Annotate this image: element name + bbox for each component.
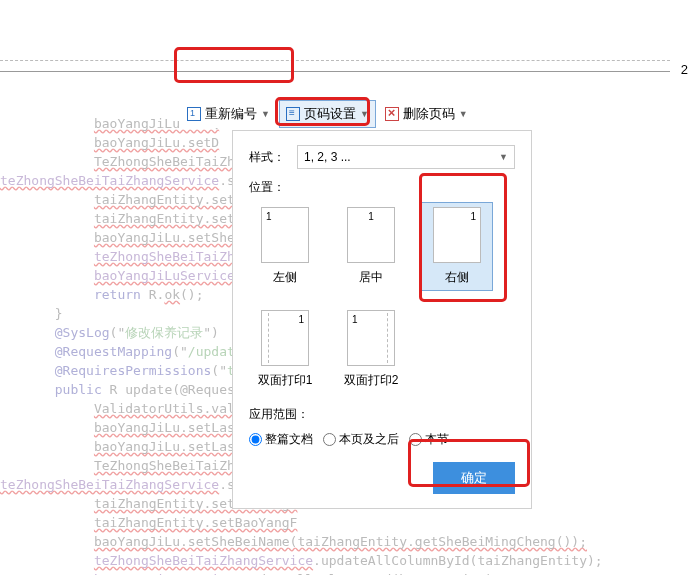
ok-button[interactable]: 确定 bbox=[433, 462, 515, 494]
page-setup-button[interactable]: 页码设置 ▼ bbox=[279, 100, 376, 128]
page-setup-icon bbox=[286, 107, 300, 121]
scope-fromhere-radio[interactable] bbox=[323, 433, 336, 446]
position-label: 位置： bbox=[249, 179, 515, 196]
scope-whole[interactable]: 整篇文档 bbox=[249, 431, 313, 448]
position-center-label: 居中 bbox=[359, 270, 383, 284]
position-duplex1[interactable]: 1 双面打印1 bbox=[249, 305, 321, 394]
style-label: 样式： bbox=[249, 149, 297, 166]
scope-whole-radio[interactable] bbox=[249, 433, 262, 446]
page-header-area bbox=[0, 60, 670, 72]
position-left[interactable]: 1 左侧 bbox=[249, 202, 321, 291]
scope-section[interactable]: 本节 bbox=[409, 431, 449, 448]
delete-page-label: 删除页码 bbox=[403, 105, 455, 123]
renumber-icon bbox=[187, 107, 201, 121]
renumber-button[interactable]: 重新编号 ▼ bbox=[180, 100, 277, 128]
position-left-preview: 1 bbox=[261, 207, 309, 263]
position-center[interactable]: 1 居中 bbox=[335, 202, 407, 291]
page-toolbar: 重新编号 ▼ 页码设置 ▼ 删除页码 ▼ bbox=[180, 100, 475, 128]
page-setup-label: 页码设置 bbox=[304, 105, 356, 123]
scope-fromhere[interactable]: 本页及之后 bbox=[323, 431, 399, 448]
position-duplex1-label: 双面打印1 bbox=[258, 373, 313, 387]
position-left-label: 左侧 bbox=[273, 270, 297, 284]
style-value: 1, 2, 3 ... bbox=[304, 150, 351, 164]
style-select[interactable]: 1, 2, 3 ... ▼ bbox=[297, 145, 515, 169]
chevron-down-icon: ▼ bbox=[360, 109, 369, 119]
renumber-label: 重新编号 bbox=[205, 105, 257, 123]
position-grid: 1 左侧 1 居中 1 右侧 1 双面打印1 1 双面打印2 bbox=[249, 202, 515, 394]
scope-section-radio[interactable] bbox=[409, 433, 422, 446]
position-right-label: 右侧 bbox=[445, 270, 469, 284]
position-center-preview: 1 bbox=[347, 207, 395, 263]
scope-options: 整篇文档 本页及之后 本节 bbox=[249, 431, 515, 448]
position-duplex2-preview: 1 bbox=[347, 310, 395, 366]
position-duplex2-label: 双面打印2 bbox=[344, 373, 399, 387]
chevron-down-icon: ▼ bbox=[499, 152, 508, 162]
scope-label: 应用范围： bbox=[249, 406, 515, 423]
position-right-preview: 1 bbox=[433, 207, 481, 263]
position-duplex1-preview: 1 bbox=[261, 310, 309, 366]
page-number: 2 bbox=[681, 62, 688, 77]
position-right[interactable]: 1 右侧 bbox=[421, 202, 493, 291]
chevron-down-icon: ▼ bbox=[261, 109, 270, 119]
chevron-down-icon: ▼ bbox=[459, 109, 468, 119]
delete-page-button[interactable]: 删除页码 ▼ bbox=[378, 100, 475, 128]
delete-icon bbox=[385, 107, 399, 121]
position-duplex2[interactable]: 1 双面打印2 bbox=[335, 305, 407, 394]
page-number-dialog: 样式： 1, 2, 3 ... ▼ 位置： 1 左侧 1 居中 1 右侧 1 双… bbox=[232, 130, 532, 509]
